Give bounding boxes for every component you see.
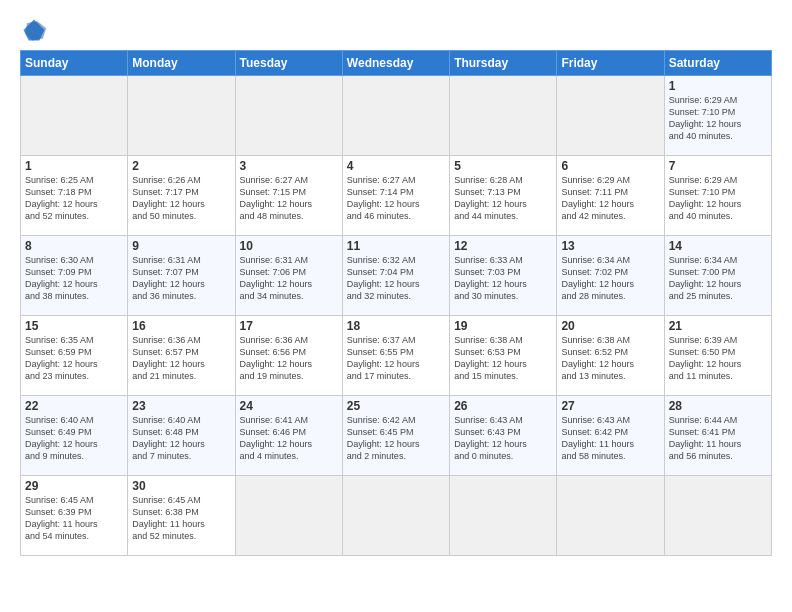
dow-header: Monday — [128, 51, 235, 76]
cell-info: Sunrise: 6:39 AMSunset: 6:50 PMDaylight:… — [669, 335, 742, 381]
cell-info: Sunrise: 6:44 AMSunset: 6:41 PMDaylight:… — [669, 415, 742, 461]
calendar-cell — [342, 76, 449, 156]
day-number: 14 — [669, 239, 767, 253]
cell-info: Sunrise: 6:34 AMSunset: 7:02 PMDaylight:… — [561, 255, 634, 301]
calendar-cell — [557, 476, 664, 556]
calendar-cell: 20 Sunrise: 6:38 AMSunset: 6:52 PMDaylig… — [557, 316, 664, 396]
cell-info: Sunrise: 6:30 AMSunset: 7:09 PMDaylight:… — [25, 255, 98, 301]
cell-info: Sunrise: 6:45 AMSunset: 6:39 PMDaylight:… — [25, 495, 98, 541]
cell-info: Sunrise: 6:26 AMSunset: 7:17 PMDaylight:… — [132, 175, 205, 221]
calendar-cell — [450, 476, 557, 556]
cell-info: Sunrise: 6:25 AMSunset: 7:18 PMDaylight:… — [25, 175, 98, 221]
day-number: 1 — [669, 79, 767, 93]
calendar-cell: 27 Sunrise: 6:43 AMSunset: 6:42 PMDaylig… — [557, 396, 664, 476]
day-number: 23 — [132, 399, 230, 413]
day-number: 18 — [347, 319, 445, 333]
calendar-cell: 10 Sunrise: 6:31 AMSunset: 7:06 PMDaylig… — [235, 236, 342, 316]
cell-info: Sunrise: 6:32 AMSunset: 7:04 PMDaylight:… — [347, 255, 420, 301]
calendar-cell — [557, 76, 664, 156]
calendar-table: SundayMondayTuesdayWednesdayThursdayFrid… — [20, 50, 772, 556]
day-number: 30 — [132, 479, 230, 493]
day-number: 9 — [132, 239, 230, 253]
calendar-cell: 14 Sunrise: 6:34 AMSunset: 7:00 PMDaylig… — [664, 236, 771, 316]
cell-info: Sunrise: 6:40 AMSunset: 6:48 PMDaylight:… — [132, 415, 205, 461]
cell-info: Sunrise: 6:29 AMSunset: 7:11 PMDaylight:… — [561, 175, 634, 221]
header — [20, 16, 772, 44]
cell-info: Sunrise: 6:38 AMSunset: 6:52 PMDaylight:… — [561, 335, 634, 381]
calendar-cell: 3 Sunrise: 6:27 AMSunset: 7:15 PMDayligh… — [235, 156, 342, 236]
calendar-cell: 7 Sunrise: 6:29 AMSunset: 7:10 PMDayligh… — [664, 156, 771, 236]
day-number: 24 — [240, 399, 338, 413]
calendar-cell — [21, 76, 128, 156]
calendar-cell: 29 Sunrise: 6:45 AMSunset: 6:39 PMDaylig… — [21, 476, 128, 556]
day-number: 17 — [240, 319, 338, 333]
cell-info: Sunrise: 6:29 AMSunset: 7:10 PMDaylight:… — [669, 95, 742, 141]
day-number: 22 — [25, 399, 123, 413]
dow-header: Tuesday — [235, 51, 342, 76]
cell-info: Sunrise: 6:31 AMSunset: 7:07 PMDaylight:… — [132, 255, 205, 301]
calendar-cell: 1 Sunrise: 6:29 AMSunset: 7:10 PMDayligh… — [664, 76, 771, 156]
dow-header: Saturday — [664, 51, 771, 76]
page-container: SundayMondayTuesdayWednesdayThursdayFrid… — [0, 0, 792, 566]
day-number: 16 — [132, 319, 230, 333]
dow-header: Thursday — [450, 51, 557, 76]
cell-info: Sunrise: 6:43 AMSunset: 6:42 PMDaylight:… — [561, 415, 634, 461]
cell-info: Sunrise: 6:29 AMSunset: 7:10 PMDaylight:… — [669, 175, 742, 221]
calendar-cell — [342, 476, 449, 556]
logo-icon — [20, 16, 48, 44]
cell-info: Sunrise: 6:27 AMSunset: 7:15 PMDaylight:… — [240, 175, 313, 221]
day-number: 26 — [454, 399, 552, 413]
calendar-cell: 16 Sunrise: 6:36 AMSunset: 6:57 PMDaylig… — [128, 316, 235, 396]
day-number: 11 — [347, 239, 445, 253]
cell-info: Sunrise: 6:33 AMSunset: 7:03 PMDaylight:… — [454, 255, 527, 301]
calendar-cell: 19 Sunrise: 6:38 AMSunset: 6:53 PMDaylig… — [450, 316, 557, 396]
dow-header: Friday — [557, 51, 664, 76]
day-number: 3 — [240, 159, 338, 173]
logo — [20, 16, 52, 44]
calendar-cell: 30 Sunrise: 6:45 AMSunset: 6:38 PMDaylig… — [128, 476, 235, 556]
calendar-week-row: 22 Sunrise: 6:40 AMSunset: 6:49 PMDaylig… — [21, 396, 772, 476]
cell-info: Sunrise: 6:37 AMSunset: 6:55 PMDaylight:… — [347, 335, 420, 381]
calendar-cell: 26 Sunrise: 6:43 AMSunset: 6:43 PMDaylig… — [450, 396, 557, 476]
calendar-cell: 12 Sunrise: 6:33 AMSunset: 7:03 PMDaylig… — [450, 236, 557, 316]
calendar-week-row: 15 Sunrise: 6:35 AMSunset: 6:59 PMDaylig… — [21, 316, 772, 396]
day-number: 19 — [454, 319, 552, 333]
day-number: 20 — [561, 319, 659, 333]
calendar-cell: 15 Sunrise: 6:35 AMSunset: 6:59 PMDaylig… — [21, 316, 128, 396]
calendar-cell: 17 Sunrise: 6:36 AMSunset: 6:56 PMDaylig… — [235, 316, 342, 396]
calendar-week-row: 8 Sunrise: 6:30 AMSunset: 7:09 PMDayligh… — [21, 236, 772, 316]
day-number: 12 — [454, 239, 552, 253]
calendar-week-row: 29 Sunrise: 6:45 AMSunset: 6:39 PMDaylig… — [21, 476, 772, 556]
cell-info: Sunrise: 6:35 AMSunset: 6:59 PMDaylight:… — [25, 335, 98, 381]
day-number: 2 — [132, 159, 230, 173]
cell-info: Sunrise: 6:27 AMSunset: 7:14 PMDaylight:… — [347, 175, 420, 221]
calendar-cell: 28 Sunrise: 6:44 AMSunset: 6:41 PMDaylig… — [664, 396, 771, 476]
day-number: 21 — [669, 319, 767, 333]
calendar-cell: 1 Sunrise: 6:25 AMSunset: 7:18 PMDayligh… — [21, 156, 128, 236]
calendar-cell: 21 Sunrise: 6:39 AMSunset: 6:50 PMDaylig… — [664, 316, 771, 396]
calendar-cell — [128, 76, 235, 156]
cell-info: Sunrise: 6:41 AMSunset: 6:46 PMDaylight:… — [240, 415, 313, 461]
calendar-cell: 11 Sunrise: 6:32 AMSunset: 7:04 PMDaylig… — [342, 236, 449, 316]
calendar-cell — [235, 476, 342, 556]
calendar-cell: 24 Sunrise: 6:41 AMSunset: 6:46 PMDaylig… — [235, 396, 342, 476]
calendar-cell: 8 Sunrise: 6:30 AMSunset: 7:09 PMDayligh… — [21, 236, 128, 316]
calendar-cell: 4 Sunrise: 6:27 AMSunset: 7:14 PMDayligh… — [342, 156, 449, 236]
day-number: 28 — [669, 399, 767, 413]
cell-info: Sunrise: 6:43 AMSunset: 6:43 PMDaylight:… — [454, 415, 527, 461]
day-number: 8 — [25, 239, 123, 253]
calendar-week-row: 1 Sunrise: 6:25 AMSunset: 7:18 PMDayligh… — [21, 156, 772, 236]
day-number: 27 — [561, 399, 659, 413]
calendar-week-row: 1 Sunrise: 6:29 AMSunset: 7:10 PMDayligh… — [21, 76, 772, 156]
calendar-cell: 5 Sunrise: 6:28 AMSunset: 7:13 PMDayligh… — [450, 156, 557, 236]
calendar-cell: 2 Sunrise: 6:26 AMSunset: 7:17 PMDayligh… — [128, 156, 235, 236]
cell-info: Sunrise: 6:40 AMSunset: 6:49 PMDaylight:… — [25, 415, 98, 461]
calendar-cell: 18 Sunrise: 6:37 AMSunset: 6:55 PMDaylig… — [342, 316, 449, 396]
calendar-cell — [664, 476, 771, 556]
calendar-cell: 25 Sunrise: 6:42 AMSunset: 6:45 PMDaylig… — [342, 396, 449, 476]
calendar-cell: 6 Sunrise: 6:29 AMSunset: 7:11 PMDayligh… — [557, 156, 664, 236]
day-number: 5 — [454, 159, 552, 173]
cell-info: Sunrise: 6:38 AMSunset: 6:53 PMDaylight:… — [454, 335, 527, 381]
day-number: 4 — [347, 159, 445, 173]
day-number: 10 — [240, 239, 338, 253]
